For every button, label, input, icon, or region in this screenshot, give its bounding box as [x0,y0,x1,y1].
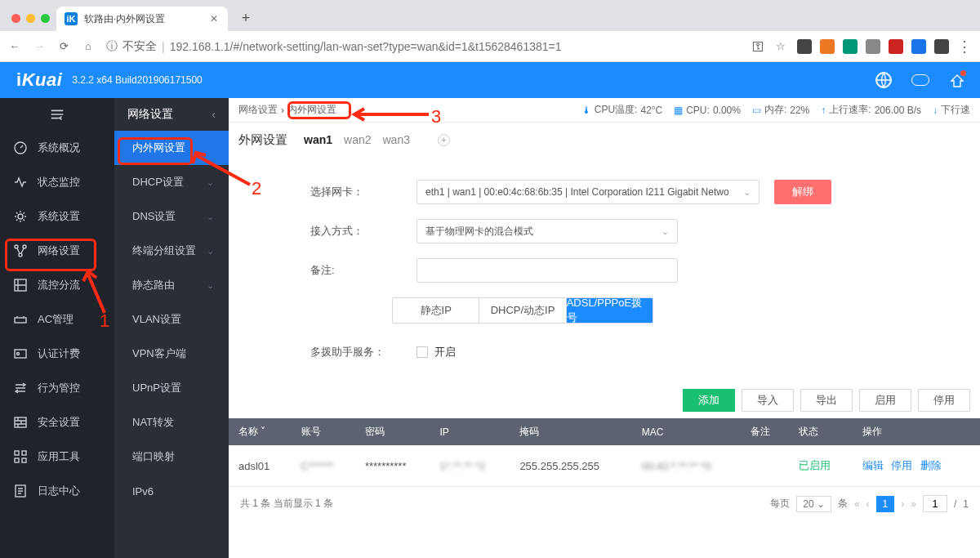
page-input[interactable] [923,495,947,512]
pager-summary: 共 1 条 当前显示 1 条 [240,497,333,511]
col-header[interactable]: 密码 [355,418,430,445]
home-icon[interactable]: ⌂ [82,40,95,52]
nav-activity[interactable]: 状态监控 [0,165,114,199]
remark-input[interactable] [416,258,678,283]
op-link[interactable]: 编辑 [862,459,884,471]
minimize-window-icon[interactable] [26,14,35,23]
subnav-item[interactable]: UPnP设置 [114,371,229,405]
nav-traffic[interactable]: 行为管控 [0,371,114,405]
ext-icon[interactable] [820,39,835,54]
col-header[interactable]: 名称 ˅ [229,418,292,445]
subnav-label: VLAN设置 [132,312,181,327]
subnav-item[interactable]: VPN客户端 [114,337,229,371]
ext-icon[interactable] [889,39,903,54]
next-page-button[interactable]: › [901,498,904,510]
ext-icon[interactable] [866,39,880,54]
reload-icon[interactable]: ⟳ [57,40,70,52]
col-header[interactable]: 状态 [789,418,852,445]
add-wan-button[interactable]: + [438,134,450,146]
cpu-usage-value: 0.00% [713,105,741,116]
disable-button[interactable]: 停用 [918,389,970,412]
op-link[interactable]: 删除 [920,459,942,471]
chevron-left-icon[interactable]: ‹ [212,108,216,121]
new-tab-button[interactable]: + [234,7,257,29]
thermometer-icon: 🌡 [581,105,591,116]
annotation-label-3: 3 [431,106,441,127]
unbind-button[interactable]: 解绑 [774,180,831,204]
import-button[interactable]: 导入 [742,389,794,412]
chevron-down-icon: ⌄ [207,246,214,257]
ext-icon[interactable] [843,39,858,54]
connection-type-tab[interactable]: ADSL/PPPoE拨号 [567,298,653,323]
svg-rect-7 [15,318,26,323]
col-header[interactable]: 备注 [741,418,789,445]
connection-type-tab[interactable]: DHCP/动态IP [479,298,566,323]
enable-checkbox[interactable] [416,346,428,358]
nav-log[interactable]: 日志中心 [0,474,114,508]
ext-icon[interactable] [797,39,812,54]
first-page-button[interactable]: « [854,498,860,510]
browser-tab[interactable]: iK 软路由·内外网设置 ✕ [56,7,228,31]
close-window-icon[interactable] [11,14,20,23]
multi-dial-label: 多拨助手服务： [310,345,416,359]
subnav-item[interactable]: NAT转发 [114,405,229,440]
nav-gear[interactable]: 系统设置 [0,199,114,234]
breadcrumb-root[interactable]: 网络设置 [238,103,278,117]
mode-select[interactable]: 基于物理网卡的混合模式 ⌄ [416,219,678,243]
subnav-item[interactable]: IPv6 [114,474,229,508]
svg-rect-12 [22,451,26,455]
col-header[interactable]: IP [430,418,510,445]
col-header[interactable]: MAC [632,418,741,445]
status-bar: 🌡CPU温度: 42°C ▦CPU: 0.00% ▭内存: 22% ↑上行速率:… [581,103,970,117]
subnav-label: VPN客户端 [132,346,186,361]
ext-icon[interactable] [911,39,926,54]
subnav-item[interactable]: 终端分组设置⌄ [114,234,229,268]
nav-gauge[interactable]: 系统概况 [0,131,114,165]
subnav-item[interactable]: 静态路由⌄ [114,268,229,302]
breadcrumb-leaf[interactable]: 内外网设置 [287,103,336,117]
subnav-item[interactable]: VLAN设置 [114,302,229,337]
col-header[interactable]: 账号 [292,418,355,445]
log-icon [13,484,28,498]
nav-wall[interactable]: 安全设置 [0,405,114,440]
nav-card[interactable]: 认证计费 [0,337,114,371]
nic-select[interactable]: eth1 | wan1 | 00:e0:4c:68:6b:35 | Intel … [416,180,760,204]
connection-type-tab[interactable]: 静态IP [393,298,479,323]
svg-rect-10 [15,417,26,427]
download-label: 下行速 [941,103,970,117]
nav-collapse-button[interactable] [0,98,114,131]
svg-point-9 [17,353,20,355]
window-controls [7,14,56,31]
globe-icon[interactable] [875,72,892,88]
prev-page-button[interactable]: ‹ [866,498,870,510]
op-link[interactable]: 停用 [891,459,912,471]
upgrade-icon[interactable] [949,73,964,87]
subnav-item[interactable]: 端口映射 [114,440,229,474]
address-bar[interactable]: ⓘ 不安全 | 192.168.1.1/#/network-setting/la… [106,39,741,54]
col-header[interactable]: 掩码 [510,418,631,445]
page-number[interactable]: 1 [876,496,895,512]
star-icon[interactable]: ☆ [776,40,786,52]
wan-tab[interactable]: wan3 [382,133,409,146]
export-button[interactable]: 导出 [800,389,853,412]
col-header[interactable]: 操作 [853,418,980,445]
key-icon[interactable]: ⚿ [752,39,764,53]
ext-icon[interactable] [934,39,949,54]
menu-icon[interactable]: ⋮ [957,38,972,56]
nav-nodes[interactable]: 网络设置 [0,234,114,268]
enable-button[interactable]: 启用 [859,389,911,412]
upload-icon: ↑ [821,105,826,116]
back-icon[interactable]: ← [8,40,21,52]
wan-tab[interactable]: wan1 [304,133,332,146]
nav-apps[interactable]: 应用工具 [0,440,114,474]
chevron-right-icon: › [281,105,284,116]
per-page-select[interactable]: 20 ⌄ [796,496,831,512]
forward-icon[interactable]: → [33,40,46,52]
last-page-button[interactable]: » [911,498,916,510]
cloud-icon[interactable] [911,74,929,86]
tab-close-icon[interactable]: ✕ [208,11,220,26]
subnav-item[interactable]: DNS设置⌄ [114,199,229,234]
wan-tab[interactable]: wan2 [344,133,371,146]
add-button[interactable]: 添加 [683,389,735,412]
maximize-window-icon[interactable] [41,14,50,23]
